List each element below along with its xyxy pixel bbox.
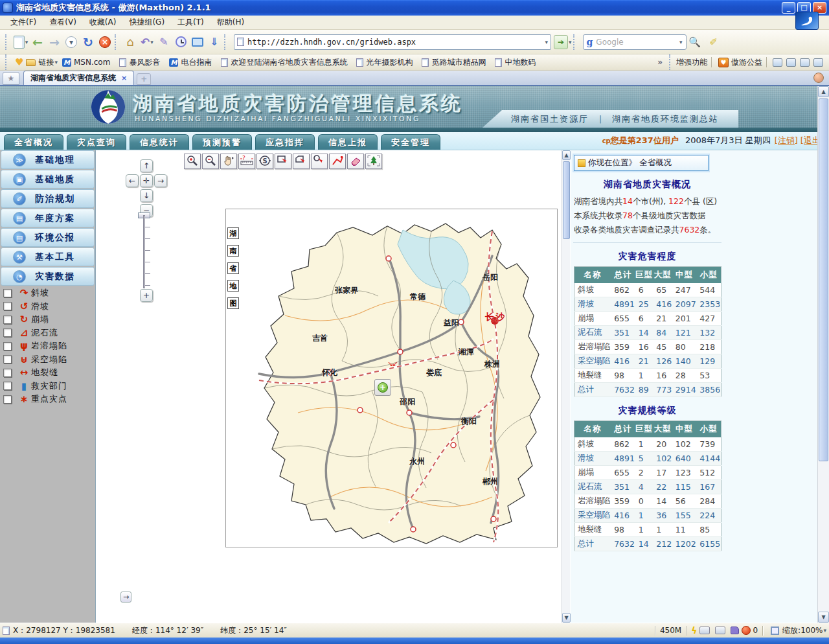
- toolbar-grip[interactable]: [573, 34, 576, 50]
- linksbar-grip[interactable]: [669, 54, 672, 70]
- sidebar-section-3[interactable]: ▤年度方案: [1, 209, 95, 227]
- sidebar-section-2[interactable]: ✐防治规划: [1, 189, 95, 208]
- scroll-up-icon[interactable]: ▲: [562, 150, 571, 160]
- resize-icon[interactable]: [771, 627, 779, 635]
- blocked-popup-icon[interactable]: [742, 626, 751, 635]
- link-item-5[interactable]: 觅路城市精品网: [422, 57, 486, 68]
- nav-tab-4[interactable]: 应急指挥: [255, 134, 315, 150]
- favorites-tab-button[interactable]: ★: [3, 72, 19, 85]
- menu-item-5[interactable]: 帮助(H): [210, 16, 251, 29]
- map-tool-zoom-out[interactable]: [202, 154, 219, 169]
- layer-checkbox[interactable]: [3, 355, 12, 363]
- map-tool-draw-redline[interactable]: [329, 154, 346, 169]
- maxthon-charity-icon[interactable]: ♥: [718, 58, 729, 67]
- map-canvas[interactable]: 张家界常德岳阳益阳长沙吉首湘潭株洲娄底怀化邵阳衡阳永州郴州 + ↘↙: [240, 218, 557, 546]
- refresh-button[interactable]: ↻: [80, 34, 96, 51]
- map-tool-layer-tree[interactable]: [365, 154, 382, 169]
- search-input[interactable]: Google: [596, 38, 679, 47]
- plugin-icon[interactable]: [813, 58, 823, 67]
- sidebar-section-5[interactable]: ⚒基本工具: [1, 247, 95, 266]
- map-tool-zoom-in[interactable]: [184, 154, 201, 169]
- history-dropdown-button[interactable]: ▾: [63, 34, 79, 51]
- boost-icon[interactable]: ϟ: [691, 625, 697, 636]
- toolbar-grip[interactable]: [224, 34, 227, 50]
- layer-checkbox[interactable]: [3, 316, 12, 324]
- zoom-dropdown-icon[interactable]: ▾: [823, 627, 826, 634]
- nav-tab-1[interactable]: 灾点查询: [67, 134, 126, 150]
- menu-item-1[interactable]: 查看(V): [43, 16, 83, 29]
- undo-button[interactable]: ↶▾: [139, 34, 155, 51]
- logout-link[interactable]: [注销]: [775, 135, 798, 146]
- scroll-down-icon[interactable]: ▼: [562, 613, 571, 623]
- nav-tab-2[interactable]: 信息统计: [130, 134, 189, 150]
- map-zoom-marker-button[interactable]: +: [374, 379, 391, 396]
- layer-checkbox[interactable]: [3, 328, 12, 337]
- tabbar-right-button[interactable]: [813, 73, 824, 83]
- menu-item-3[interactable]: 快捷组(G): [122, 16, 171, 29]
- zoom-slider-track[interactable]: [143, 215, 145, 288]
- link-item-1[interactable]: 暴风影音: [119, 57, 160, 68]
- forward-button[interactable]: →: [47, 34, 62, 51]
- pan-right-button[interactable]: →: [154, 174, 167, 187]
- browser-scrollbar[interactable]: ▲ ▼: [817, 86, 829, 623]
- nav-tab-5[interactable]: 信息上报: [318, 134, 378, 150]
- history-button[interactable]: [173, 34, 188, 51]
- pan-down-button[interactable]: ↓: [140, 189, 153, 202]
- link-item-4[interactable]: 光年摄影机构: [356, 57, 413, 68]
- link-item-2[interactable]: M电台指南: [169, 57, 212, 68]
- favorites-icon[interactable]: ♥: [15, 56, 23, 68]
- pan-left-button[interactable]: ←: [126, 174, 139, 187]
- layer-checkbox[interactable]: [3, 342, 12, 351]
- window-list-icon[interactable]: [786, 58, 796, 67]
- toolbar-grip[interactable]: [115, 34, 118, 50]
- link-item-0[interactable]: MMSN.com: [62, 58, 110, 67]
- links-label[interactable]: 链接: [38, 57, 54, 68]
- link-item-3[interactable]: 欢迎登陆湖南省地质灾害信息系统: [221, 57, 347, 68]
- map-tool-eraser[interactable]: [347, 154, 364, 169]
- scroll-down-icon[interactable]: ▼: [818, 612, 829, 623]
- scroll-up-icon[interactable]: ▲: [818, 86, 829, 97]
- map-tool-select-circle[interactable]: [311, 154, 328, 169]
- go-button[interactable]: ➔: [554, 35, 568, 49]
- notes-icon[interactable]: [800, 58, 810, 67]
- nav-tab-6[interactable]: 安全管理: [381, 134, 440, 150]
- overflow-chevron-icon[interactable]: »: [657, 58, 663, 67]
- map-tool-select-polygon[interactable]: [293, 154, 310, 169]
- map-tool-full-extent[interactable]: S: [256, 154, 273, 169]
- layer-checkbox[interactable]: [3, 289, 12, 297]
- panel-scrollbar[interactable]: ▲ ▼: [562, 150, 570, 623]
- home-button[interactable]: ⌂: [122, 34, 138, 51]
- org-link-geo-environment[interactable]: 湖南省地质环境监测总站: [612, 113, 719, 125]
- toolbar-grip[interactable]: [5, 34, 8, 50]
- back-button[interactable]: ←: [30, 34, 45, 51]
- download-button[interactable]: ⇓: [207, 34, 222, 51]
- url-input[interactable]: http://dzzh.hndh.gov.cn/gridweb.aspx: [247, 38, 544, 47]
- map-tool-pan[interactable]: [220, 154, 237, 169]
- search-dropdown-icon[interactable]: ▾: [679, 39, 683, 45]
- highlight-button[interactable]: ✐: [704, 34, 720, 51]
- printer-icon[interactable]: [699, 627, 710, 634]
- maxthon-logo[interactable]: [795, 12, 819, 30]
- nav-tab-0[interactable]: 全省概况: [4, 134, 63, 150]
- proxy-icon[interactable]: [773, 58, 782, 67]
- layer-checkbox[interactable]: [3, 395, 12, 404]
- new-page-button[interactable]: ▾: [13, 34, 28, 51]
- sidebar-section-0[interactable]: ≫基础地理: [1, 150, 95, 169]
- minimize-button[interactable]: _: [782, 2, 795, 14]
- pan-center-button[interactable]: ✛: [140, 174, 153, 187]
- notes-icon[interactable]: [731, 627, 739, 634]
- search-go-button[interactable]: 🔍: [687, 34, 703, 51]
- layer-checkbox[interactable]: [3, 302, 12, 310]
- magic-fill-button[interactable]: ✎: [156, 34, 172, 51]
- go-dropdown-icon[interactable]: ▾: [569, 39, 572, 45]
- url-dropdown-icon[interactable]: ▾: [545, 39, 548, 45]
- link-item-6[interactable]: 中地数码: [495, 57, 536, 68]
- map-tool-measure[interactable]: ?: [238, 154, 255, 169]
- scroll-thumb[interactable]: [563, 161, 570, 239]
- nav-tab-3[interactable]: 预测预警: [192, 134, 252, 150]
- scroll-thumb[interactable]: [819, 98, 828, 461]
- stop-button[interactable]: ×: [97, 34, 113, 51]
- new-window-icon[interactable]: [715, 627, 725, 634]
- zoom-level[interactable]: 缩放:100%: [782, 625, 823, 636]
- sidebar-section-6[interactable]: ◔灾害数据: [1, 267, 95, 286]
